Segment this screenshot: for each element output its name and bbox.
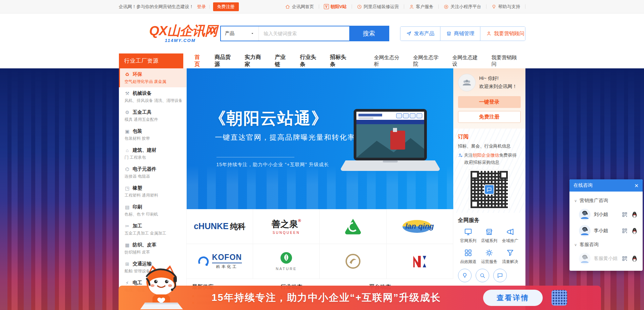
category-subs[interactable]: 风机、排风设备 清洗、清理设备 (125, 98, 182, 104)
brand-logo-cell[interactable] (320, 209, 387, 244)
quick-bulb-icon[interactable] (458, 269, 472, 282)
header-actions: 发布产品商铺管理我要营销顾问 (400, 26, 525, 41)
laptop-mockup (339, 108, 441, 174)
free-register-button[interactable]: 免费注册 (458, 111, 521, 123)
contact-name: 李小姐 (594, 228, 618, 234)
nav-item[interactable]: 行业头条 (295, 54, 325, 68)
sidebar-category[interactable]: ▤印刷色标、色卡 印刷机 (119, 201, 186, 220)
brand-grid: cHUNKE纯科善之泉®SUNQUEENlan qingKOFON科丰化工NAT… (187, 209, 453, 279)
topbar-link[interactable]: 关注小程序平台 (439, 4, 486, 10)
subscribe-desc: 招标、展会、行业商机信息 (458, 143, 521, 149)
sidebar-category[interactable]: ⚒机械设备风机、排风设备 清洗、清理设备 (119, 87, 186, 106)
category-subs[interactable]: 五金工具加工 金属加工 (125, 230, 182, 236)
sidebar-category[interactable]: ⌂建筑、建材门 工程承包 (119, 144, 186, 163)
brand-logo-cell[interactable]: cHUNKE纯科 (187, 209, 253, 244)
category-menu-header[interactable]: 行业工厂资源 (119, 53, 183, 68)
nav-item-secondary[interactable]: 全网生态分析 (369, 54, 408, 67)
category-subs[interactable]: 工程塑料 通用塑料 (125, 193, 182, 198)
qq-icon[interactable] (631, 255, 638, 262)
search-input[interactable] (259, 26, 349, 41)
nav-item-secondary[interactable]: 我要营销顾问 (486, 54, 525, 67)
search-box: 产品 搜索 (220, 26, 389, 41)
brand-logo-cell[interactable]: lan qing (387, 209, 453, 244)
navbar: 行业工厂资源 首页商品货源实力商家产业链行业头条招标头条 全网生态分析全网生态学… (0, 53, 644, 68)
login-link[interactable]: 登录 (197, 4, 206, 10)
qr-mini-icon[interactable] (622, 256, 628, 262)
wechat-link[interactable]: 朝阳企业微信 (473, 153, 499, 158)
category-subs[interactable]: 连接器 电阻器 (125, 174, 182, 179)
chat-contact[interactable]: 客服黄小姐 (574, 250, 638, 267)
nav-item[interactable]: 实力商家 (240, 54, 270, 68)
chat-contact[interactable]: 刘小姐 (574, 206, 638, 223)
search-category-dropdown[interactable]: 产品 (221, 26, 259, 41)
hero-banner[interactable]: 《朝阳云站通》 一键直达官网，提高品牌曝光量和转化率 15年持续专注，助力中小企… (187, 68, 453, 209)
category-subs[interactable]: 包装材料 胶带 (125, 136, 182, 141)
sidebar-category[interactable]: ✂加工五金工具加工 金属加工 (119, 220, 186, 239)
nav-item-secondary[interactable]: 全网生态学院 (408, 54, 447, 67)
shop-icon (446, 31, 452, 36)
header-action-consultant[interactable]: 我要营销顾问 (480, 27, 525, 41)
right-column: Hi~ 你好! 欢迎来到企讯网！ 一键登录 免费注册 订阅 招标、展会、行业商机… (453, 68, 525, 310)
qq-icon[interactable] (631, 211, 638, 218)
wrench-icon: ⚙ (125, 110, 130, 115)
search-button[interactable]: 搜索 (349, 26, 389, 41)
category-subs[interactable]: 色标、色卡 印刷机 (125, 212, 182, 217)
service-label: 全域推广 (500, 238, 521, 244)
topbar-link[interactable]: V朝阳V站 (319, 4, 352, 10)
category-subs[interactable]: 模具 通用五金配件 (125, 117, 182, 123)
service-item[interactable]: 品效频道 (458, 248, 479, 265)
brand-logo-cell[interactable]: NATURE (253, 244, 320, 279)
sidebar-category[interactable]: ▦纺织、皮革纺织辅料 皮革 (119, 239, 186, 258)
chat-group-header[interactable]: ∨营销推广咨询 (574, 198, 638, 204)
category-subs[interactable]: 纺织辅料 皮革 (125, 249, 182, 255)
register-button[interactable]: 免费注册 (213, 2, 239, 11)
topbar-link[interactable]: 帮助与支持 (486, 4, 525, 10)
banner-qr-button[interactable] (552, 290, 567, 306)
category-subs[interactable]: 门 工程承包 (125, 155, 182, 160)
qq-icon[interactable] (631, 227, 638, 235)
nav-item[interactable]: 首页 (189, 54, 209, 68)
sidebar-category[interactable]: ♻环保空气处理化学品 废金属 (119, 68, 186, 87)
sidebar-category[interactable]: ⌬电子元器件连接器 电阻器 (119, 163, 186, 182)
qr-center-logo (484, 184, 494, 195)
subscribe-follow: 关注朝阳企业微信免费获得 政府招标采购信息 (458, 152, 521, 166)
chat-contact[interactable]: 李小姐 (574, 223, 638, 239)
service-item[interactable]: 运营服务 (479, 248, 500, 265)
topbar-link[interactable]: 企讯网首页 (280, 4, 319, 10)
leaf-logo (280, 252, 292, 264)
brand-logo-cell[interactable] (320, 244, 387, 279)
sidebar-category[interactable]: ◳橡塑工程塑料 通用塑料 (119, 182, 186, 201)
service-item[interactable]: 店铺系列 (479, 227, 500, 244)
service-label: 店铺系列 (479, 238, 500, 244)
category-subs[interactable]: 空气处理化学品 废金属 (125, 79, 182, 85)
sidebar-category[interactable]: ⚙五金工具模具 通用五金配件 (119, 106, 186, 125)
person-key-icon (458, 153, 463, 158)
bottom-promo-banner[interactable]: 15年持续专注，助力中小企业“+互联网”升级成长 查看详情 (119, 286, 601, 310)
header-action-send[interactable]: 发布产品 (400, 27, 440, 41)
brand-logo-cell[interactable] (387, 244, 453, 279)
quick-search-icon[interactable] (476, 269, 489, 282)
one-click-login-button[interactable]: 一键登录 (458, 96, 521, 108)
nav-item[interactable]: 产业链 (270, 54, 295, 68)
topbar-link[interactable]: 客户服务 (404, 4, 438, 10)
category-name: 加工 (133, 223, 142, 229)
service-item[interactable]: 全域推广 (500, 227, 521, 244)
brand-logo-cell[interactable]: 善之泉®SUNQUEEN (253, 209, 320, 244)
quick-chat-icon[interactable] (493, 269, 507, 282)
qr-mini-icon[interactable] (622, 212, 628, 218)
service-item[interactable]: 官网系列 (458, 227, 479, 244)
topbar-link[interactable]: 阿里店铺装修运营 (352, 4, 404, 10)
logo[interactable]: QX山企讯网 114MY.COM (119, 24, 217, 43)
header-action-shop[interactable]: 商铺管理 (440, 27, 480, 41)
view-details-button[interactable]: 查看详情 (483, 290, 543, 306)
store-icon (485, 227, 494, 236)
service-item[interactable]: 流量解决 (500, 248, 521, 265)
qr-mini-icon[interactable] (622, 228, 628, 234)
chat-group-header[interactable]: ∨客服咨询 (574, 242, 638, 248)
logo-text: QX山企讯网 (149, 24, 217, 37)
nav-item[interactable]: 商品货源 (209, 54, 240, 68)
sidebar-category[interactable]: ▣包装包装材料 胶带 (119, 125, 186, 144)
nav-item[interactable]: 招标头条 (325, 54, 355, 68)
nav-item-secondary[interactable]: 全网生态建设 (447, 54, 486, 67)
close-icon[interactable]: ✕ (634, 183, 639, 188)
